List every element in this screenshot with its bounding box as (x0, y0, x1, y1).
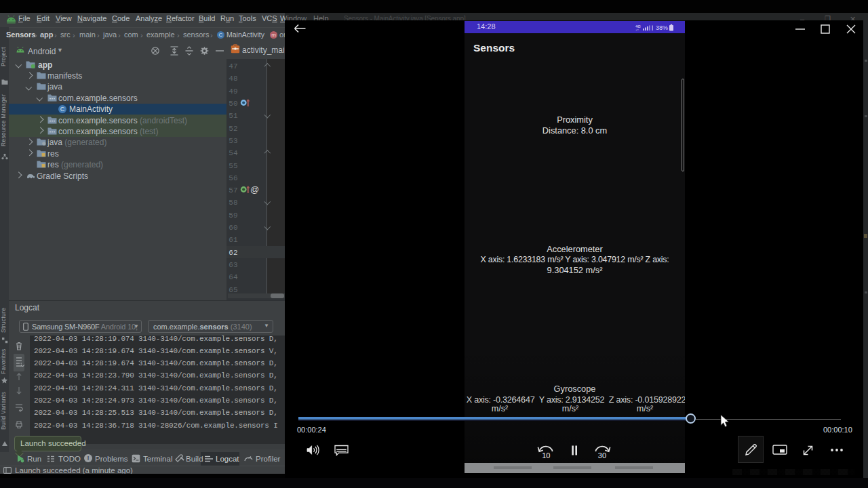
svg-text:30: 30 (598, 451, 606, 460)
svg-text:10: 10 (542, 451, 550, 460)
